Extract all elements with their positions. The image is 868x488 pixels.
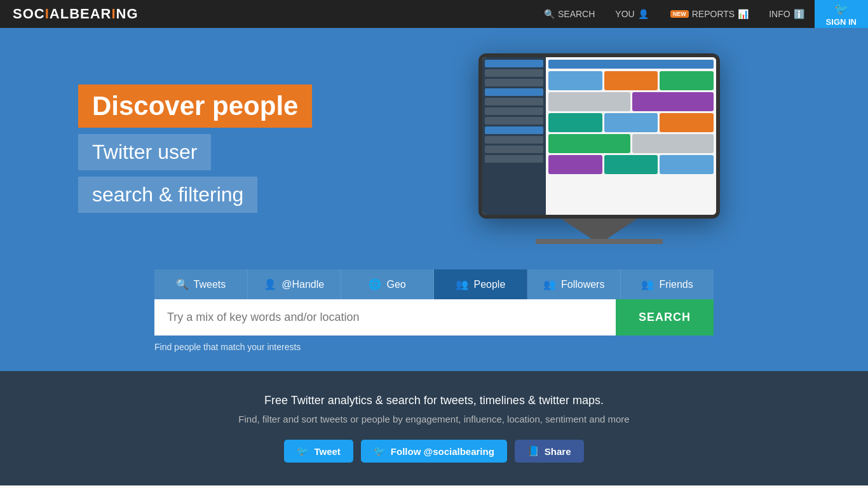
follow-label: Follow @socialbearing: [391, 446, 494, 457]
navbar-right: 🔍 SEARCH YOU 👤 NEW REPORTS 📊 INFO ℹ️ 🐦 S…: [534, 0, 868, 28]
search-hint: Find people that match your interests: [154, 342, 714, 352]
share-icon: 📘: [527, 445, 539, 457]
geo-tab-icon: 🌐: [369, 278, 381, 290]
search-nav-icon: 🔍: [544, 9, 555, 19]
geo-tab-label: Geo: [386, 279, 405, 290]
tweets-tab-label: Tweets: [194, 279, 226, 290]
footer-section: Free Twitter analytics & search for twee…: [0, 371, 868, 485]
friends-tab-icon: 👥: [641, 278, 654, 290]
navbar: SOCIALBEARING 🔍 SEARCH YOU 👤 NEW REPORTS…: [0, 0, 868, 28]
tab-followers[interactable]: 👥 Followers: [527, 269, 621, 299]
handle-tab-label: @Handle: [281, 279, 324, 290]
info-nav-icon: ℹ️: [794, 9, 804, 19]
share-label: Share: [545, 446, 571, 457]
footer-desc-2: Find, filter and sort tweets or people b…: [13, 414, 855, 424]
search-bar-wrapper: SEARCH Find people that match your inter…: [129, 299, 739, 352]
reports-badge: NEW: [670, 10, 689, 18]
friends-tab-label: Friends: [659, 279, 693, 290]
you-nav-icon: 👤: [638, 9, 649, 19]
tab-tweets[interactable]: 🔍 Tweets: [154, 269, 248, 299]
tablet-device: [478, 53, 720, 219]
tweet-button[interactable]: 🐦 Tweet: [284, 440, 353, 463]
twitter-bird-icon: 🐦: [834, 2, 848, 16]
you-nav-label: YOU: [615, 9, 634, 19]
signin-button[interactable]: 🐦 SIGN IN: [815, 0, 868, 28]
hero-section: Discover people Twitter user search & fi…: [0, 28, 868, 269]
logo-text: SOCIALBEARING: [13, 6, 139, 22]
search-section: 🔍 Tweets 👤 @Handle 🌐 Geo 👥 People 👥 Foll…: [0, 269, 868, 371]
follow-button[interactable]: 🐦 Follow @socialbearing: [361, 440, 507, 463]
footer-desc-1: Free Twitter analytics & search for twee…: [13, 394, 855, 407]
reports-nav-item[interactable]: NEW REPORTS 📊: [659, 0, 759, 28]
search-button[interactable]: SEARCH: [616, 299, 714, 336]
info-nav-label: INFO: [769, 9, 790, 19]
tweet-icon: 🐦: [297, 445, 309, 457]
handle-tab-icon: 👤: [264, 278, 276, 290]
hero-image: [409, 53, 790, 244]
reports-nav-label: REPORTS: [692, 9, 735, 19]
search-nav-label: SEARCH: [558, 9, 595, 19]
tweets-tab-icon: 🔍: [176, 278, 189, 290]
share-button[interactable]: 📘 Share: [515, 440, 584, 463]
followers-tab-label: Followers: [561, 279, 604, 290]
followers-tab-icon: 👥: [543, 278, 556, 290]
people-tab-label: People: [473, 279, 505, 290]
logo[interactable]: SOCIALBEARING: [13, 6, 139, 22]
tab-handle[interactable]: 👤 @Handle: [248, 269, 341, 299]
hero-tagline-3: search & filtering: [78, 177, 257, 213]
tablet-illustration: [466, 53, 733, 244]
tab-friends[interactable]: 👥 Friends: [621, 269, 714, 299]
people-tab-icon: 👥: [456, 278, 468, 290]
tab-geo[interactable]: 🌐 Geo: [341, 269, 435, 299]
signin-label: SIGN IN: [826, 17, 857, 27]
hero-text: Discover people Twitter user search & fi…: [78, 85, 409, 213]
social-buttons: 🐦 Tweet 🐦 Follow @socialbearing 📘 Share: [13, 440, 855, 463]
tweet-label: Tweet: [314, 446, 340, 457]
hero-tagline-2: Twitter user: [78, 134, 211, 170]
reports-nav-icon: 📊: [738, 9, 749, 19]
info-nav-item[interactable]: INFO ℹ️: [759, 0, 814, 28]
below-fold-section: People Search Features: [0, 485, 868, 488]
follow-icon: 🐦: [374, 445, 386, 457]
you-nav-item[interactable]: YOU 👤: [605, 0, 658, 28]
hero-tagline-1: Discover people: [78, 85, 312, 128]
search-bar-row: SEARCH: [154, 299, 714, 336]
tabs-row: 🔍 Tweets 👤 @Handle 🌐 Geo 👥 People 👥 Foll…: [129, 269, 739, 299]
search-input[interactable]: [154, 299, 616, 336]
search-nav-item[interactable]: 🔍 SEARCH: [534, 0, 605, 28]
tab-people[interactable]: 👥 People: [434, 269, 527, 299]
